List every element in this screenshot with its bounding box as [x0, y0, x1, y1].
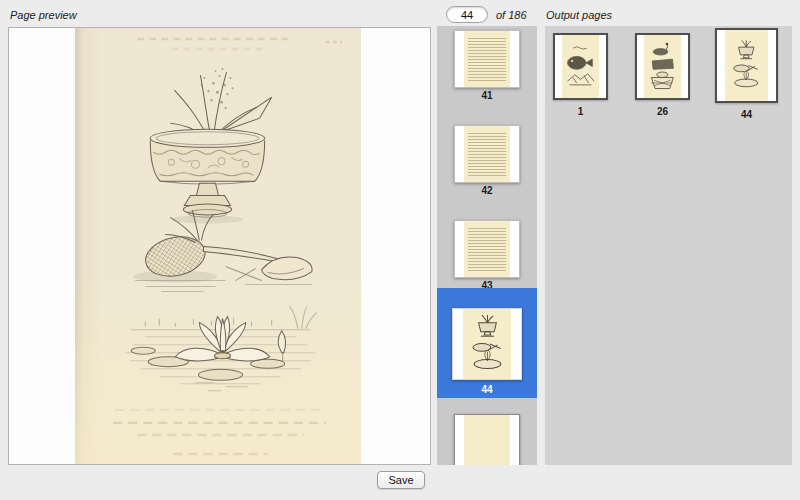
text-page-thumbnail — [464, 221, 510, 277]
output-item-26[interactable]: 26 — [635, 33, 690, 117]
output-page-number: 1 — [553, 106, 608, 117]
jardiniere-sketch — [150, 68, 271, 223]
output-page-number: 26 — [635, 106, 690, 117]
text-page-thumbnail — [464, 126, 510, 182]
flower-dots — [201, 68, 234, 109]
bank-grass — [145, 307, 317, 329]
page-total-label: of 186 — [496, 9, 527, 21]
output-item-1[interactable]: 1 — [553, 33, 608, 117]
filmstrip-page-number: 41 — [437, 90, 537, 101]
page-illustration — [75, 28, 361, 464]
ghost-text-top — [137, 39, 342, 49]
water-lily-sketch — [125, 307, 317, 391]
page-preview-panel — [8, 27, 431, 465]
filmstrip-page-number: 44 — [437, 384, 537, 395]
output-item-44[interactable]: 44 — [715, 28, 778, 120]
scanned-page-image — [75, 28, 361, 464]
save-button[interactable]: Save — [377, 471, 425, 489]
illustration-page-thumbnail — [562, 35, 599, 98]
ghost-text-bottom — [113, 410, 326, 454]
text-page-thumbnail — [464, 31, 510, 87]
filmstrip-item-44-selected[interactable]: 44 — [437, 288, 537, 398]
output-page-number: 44 — [715, 109, 778, 120]
mini-plate-44 — [463, 309, 512, 379]
page-filmstrip: 41 42 43 — [437, 26, 537, 465]
blank-page-thumbnail — [464, 415, 510, 465]
illustration-page-thumbnail — [644, 35, 681, 98]
output-pages-panel: 1 26 — [545, 26, 792, 465]
page-number-input[interactable] — [446, 6, 488, 23]
illustration-page-thumbnail — [725, 30, 767, 101]
mini-plate-bird — [644, 35, 681, 98]
page-preview-label: Page preview — [10, 9, 77, 21]
output-pages-label: Output pages — [546, 9, 612, 21]
illustration-page-thumbnail — [463, 309, 512, 379]
filmstrip-page-number: 42 — [437, 185, 537, 196]
mini-plate-44 — [725, 30, 767, 101]
mini-plate-fish — [562, 35, 599, 98]
